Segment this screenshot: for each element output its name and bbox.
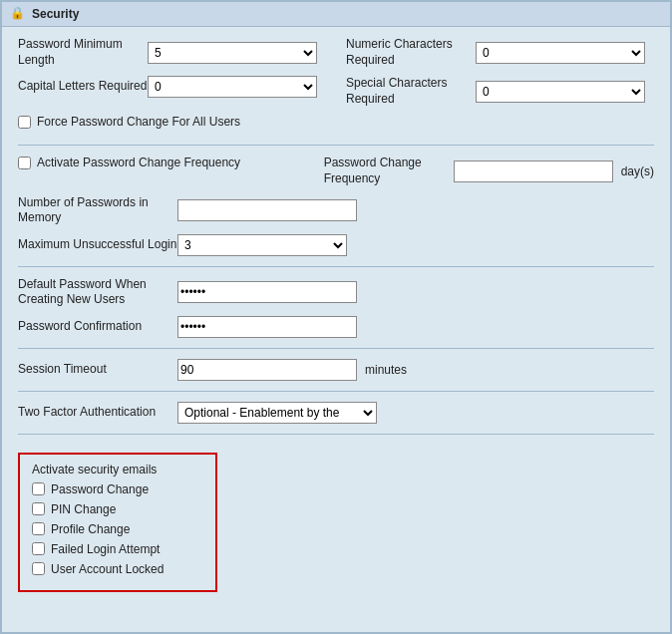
special-chars-label: Special Characters Required — [346, 76, 476, 107]
two-factor-select[interactable]: Optional - Enablement by the Required Di… — [177, 402, 377, 424]
num-passwords-input[interactable] — [177, 199, 357, 221]
num-passwords-row: Number of Passwords in Memory — [18, 195, 654, 226]
cb-pin-change[interactable]: PIN Change — [32, 502, 203, 516]
two-factor-label: Two Factor Authentication — [18, 405, 177, 421]
session-timeout-unit: minutes — [365, 363, 407, 377]
cb-failed-login-input[interactable] — [32, 542, 45, 555]
window-title: Security — [32, 7, 79, 21]
cb-account-locked[interactable]: User Account Locked — [32, 562, 203, 576]
max-login-row: Maximum Unsuccessful Login 1 2 3 4 5 — [18, 234, 654, 256]
activate-pwd-freq-label[interactable]: Activate Password Change Frequency — [18, 156, 240, 169]
numeric-chars-label: Numeric Characters Required — [346, 37, 476, 68]
special-chars-row: Special Characters Required 0 1 2 — [346, 76, 654, 107]
pwd-min-row: Password Minimum Length 5 6 7 8 — [18, 37, 326, 68]
cb-account-locked-input[interactable] — [32, 562, 45, 575]
activate-freq-row: Activate Password Change Frequency — [18, 156, 304, 175]
divider-5 — [18, 434, 654, 435]
cb-password-change[interactable]: Password Change — [32, 482, 203, 496]
numeric-chars-select[interactable]: 0 1 2 — [476, 42, 645, 64]
security-emails-title: Activate security emails — [32, 463, 203, 476]
col-special: Special Characters Required 0 1 2 — [336, 76, 654, 115]
col-activate-freq: Activate Password Change Frequency — [18, 156, 314, 194]
cb-profile-change[interactable]: Profile Change — [32, 522, 203, 536]
pwd-change-freq-label: Password Change Frequency — [324, 156, 454, 186]
cb-password-change-input[interactable] — [32, 482, 45, 495]
numeric-chars-row: Numeric Characters Required 0 1 2 — [346, 37, 654, 68]
cb-password-change-label: Password Change — [51, 482, 149, 496]
col-freq-value: Password Change Frequency day(s) — [314, 156, 654, 194]
session-timeout-row: Session Timeout minutes — [18, 359, 654, 381]
pwd-min-select[interactable]: 5 6 7 8 — [148, 42, 317, 64]
pwd-confirm-label: Password Confirmation — [18, 319, 177, 335]
pwd-change-freq-input[interactable] — [454, 160, 613, 182]
num-passwords-label: Number of Passwords in Memory — [18, 195, 177, 226]
cb-pin-change-input[interactable] — [32, 502, 45, 515]
content-area: Password Minimum Length 5 6 7 8 Numeric … — [2, 27, 670, 608]
session-timeout-input[interactable] — [177, 359, 357, 381]
col-pwd-min: Password Minimum Length 5 6 7 8 — [18, 37, 336, 76]
security-emails-box: Activate security emails Password Change… — [18, 453, 217, 592]
divider-1 — [18, 145, 654, 146]
special-chars-select[interactable]: 0 1 2 — [476, 81, 645, 103]
cb-profile-change-label: Profile Change — [51, 522, 130, 536]
session-timeout-label: Session Timeout — [18, 362, 177, 378]
security-window: 🔒 Security Password Minimum Length 5 6 7… — [0, 0, 672, 634]
max-login-select[interactable]: 1 2 3 4 5 — [177, 234, 347, 256]
col-numeric: Numeric Characters Required 0 1 2 — [336, 37, 654, 76]
title-bar: 🔒 Security — [2, 2, 670, 27]
cb-failed-login-label: Failed Login Attempt — [51, 542, 160, 556]
force-pwd-change-checkbox[interactable] — [18, 116, 31, 129]
capital-letters-label: Capital Letters Required — [18, 79, 148, 95]
pwd-change-freq-row: Password Change Frequency day(s) — [324, 156, 654, 186]
session-timeout-group: minutes — [177, 359, 407, 381]
row-pwd-min-numeric: Password Minimum Length 5 6 7 8 Numeric … — [18, 37, 654, 76]
capital-letters-select[interactable]: 0 1 2 — [148, 76, 317, 98]
row-freq: Activate Password Change Frequency Passw… — [18, 156, 654, 194]
pwd-confirm-input[interactable] — [177, 316, 357, 338]
divider-4 — [18, 391, 654, 392]
divider-3 — [18, 348, 654, 349]
activate-pwd-freq-checkbox[interactable] — [18, 157, 31, 169]
freq-input-group: day(s) — [454, 160, 654, 182]
divider-2 — [18, 266, 654, 267]
cb-failed-login[interactable]: Failed Login Attempt — [32, 542, 203, 556]
security-icon: 🔒 — [10, 6, 26, 22]
col-capital: Capital Letters Required 0 1 2 — [18, 76, 336, 115]
default-pwd-input[interactable] — [177, 281, 357, 303]
force-pwd-change-label[interactable]: Force Password Change For All Users — [18, 115, 240, 129]
row-capital-special: Capital Letters Required 0 1 2 Special C… — [18, 76, 654, 115]
force-pwd-change-row: Force Password Change For All Users — [18, 115, 654, 135]
two-factor-row: Two Factor Authentication Optional - Ena… — [18, 402, 654, 424]
cb-account-locked-label: User Account Locked — [51, 562, 164, 576]
cb-pin-change-label: PIN Change — [51, 502, 116, 516]
pwd-min-label: Password Minimum Length — [18, 37, 148, 68]
default-pwd-row: Default Password When Creating New Users — [18, 277, 654, 308]
default-pwd-label: Default Password When Creating New Users — [18, 277, 177, 308]
cb-profile-change-input[interactable] — [32, 522, 45, 535]
max-login-label: Maximum Unsuccessful Login — [18, 237, 177, 253]
pwd-confirm-row: Password Confirmation — [18, 316, 654, 338]
freq-unit: day(s) — [621, 164, 654, 178]
capital-letters-row: Capital Letters Required 0 1 2 — [18, 76, 326, 98]
